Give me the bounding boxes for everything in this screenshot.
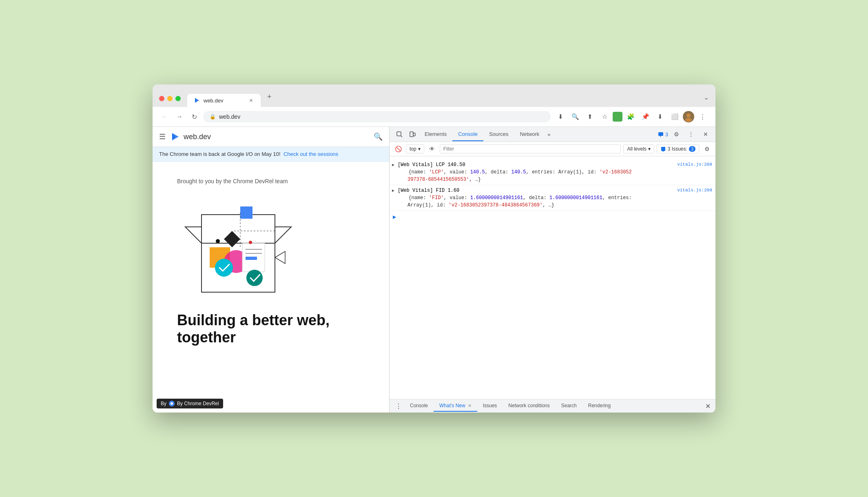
prompt-arrow-icon: ▶ <box>393 213 396 220</box>
devtools-close-button[interactable]: ✕ <box>699 127 712 142</box>
filter-input[interactable] <box>440 144 621 153</box>
console-prompt[interactable]: ▶ <box>390 211 715 223</box>
download-icon[interactable]: ⬇ <box>554 110 567 123</box>
toolbar-actions: ⬇ 🔍 ⬆ ☆ 🧩 📌 ⬇ ⬜ ⋮ <box>554 110 709 123</box>
console-toolbar: 🚫 top ▾ 👁 All levels ▾ 3 Issues: <box>390 142 715 156</box>
refresh-button[interactable]: ↻ <box>188 111 200 122</box>
building-text: Building a better web, together <box>177 312 365 346</box>
site-name: web.dev <box>184 133 211 141</box>
svg-point-21 <box>215 259 233 277</box>
svg-rect-20 <box>246 257 257 260</box>
drawer-tab-whatsnew[interactable]: What's New ✕ <box>434 400 477 412</box>
svg-point-22 <box>246 270 263 286</box>
tab-console[interactable]: Console <box>452 128 483 141</box>
search-button[interactable]: 🔍 <box>374 132 383 141</box>
fid-body: {name: 'FID', value: 1.6000000014901161,… <box>398 194 712 202</box>
lock-icon: 🔒 <box>210 114 216 120</box>
device-toolbar-button[interactable] <box>406 127 419 142</box>
address-bar: ← → ↻ 🔒 web.dev ⬇ 🔍 ⬆ ☆ 🧩 📌 ⬇ ⬜ ⋮ <box>153 107 715 127</box>
new-tab-button[interactable]: + <box>264 89 275 107</box>
console-settings-button[interactable]: ⚙ <box>702 144 712 154</box>
expand-fid-button[interactable]: ▶ <box>392 188 394 194</box>
tab-title: web.dev <box>204 98 244 104</box>
level-label: All levels <box>627 146 646 152</box>
back-button[interactable]: ← <box>159 111 170 122</box>
svg-marker-32 <box>660 136 661 137</box>
svg-rect-29 <box>410 132 413 137</box>
profile-avatar[interactable] <box>683 111 694 122</box>
share-icon[interactable]: ⬆ <box>583 110 596 123</box>
tab-sources[interactable]: Sources <box>483 128 514 141</box>
message-icon <box>658 131 664 138</box>
minimize-button[interactable] <box>167 96 173 101</box>
console-entry-lcp: ▶ [Web Vitals] LCP 140.50 vitals.js:208 … <box>390 160 715 185</box>
extension-green-icon[interactable] <box>613 112 622 122</box>
inspect-element-button[interactable] <box>393 127 406 142</box>
forward-button[interactable]: → <box>174 111 185 122</box>
hamburger-icon[interactable]: ☰ <box>159 132 166 141</box>
fid-header-text: [Web Vitals] FID 1.60 <box>398 187 459 194</box>
issues-badge[interactable]: 3 Issues: 3 <box>657 144 699 153</box>
illustration-svg <box>177 194 299 296</box>
drawer-tab-console[interactable]: Console <box>404 400 434 412</box>
svg-point-2 <box>686 113 691 118</box>
download2-icon[interactable]: ⬇ <box>653 110 666 123</box>
title-bar: web.dev ✕ + ⌄ <box>153 84 715 107</box>
url-bar[interactable]: 🔒 web.dev <box>203 111 551 122</box>
svg-line-28 <box>401 136 402 137</box>
drawer-tab-networkconditions[interactable]: Network conditions <box>503 400 555 412</box>
devtools-settings-button[interactable]: ⚙ <box>670 127 683 142</box>
more-tabs-button[interactable]: » <box>545 128 553 141</box>
zoom-icon[interactable]: 🔍 <box>569 110 582 123</box>
tab-network[interactable]: Network <box>514 128 545 141</box>
chrome-icon <box>169 401 175 406</box>
context-selector[interactable]: top ▾ <box>406 144 424 153</box>
fid-body-2: Array(1), id: 'v2-1683052397378-48438645… <box>398 202 712 209</box>
tab-chevron-icon[interactable]: ⌄ <box>704 93 709 107</box>
context-dropdown-icon: ▾ <box>418 146 421 152</box>
drawer-close-button[interactable]: ✕ <box>704 401 712 412</box>
svg-point-23 <box>249 241 252 244</box>
cast-icon[interactable]: ⬜ <box>668 110 681 123</box>
issues-count: 3 <box>689 146 695 152</box>
console-entry-fid: ▶ [Web Vitals] FID 1.60 vitals.js:208 {n… <box>390 185 715 211</box>
close-button[interactable] <box>159 96 164 101</box>
announcement-link[interactable]: Check out the sessions <box>283 151 338 157</box>
svg-rect-27 <box>397 132 401 136</box>
issues-icon <box>660 146 666 152</box>
svg-marker-7 <box>185 227 202 243</box>
maximize-button[interactable] <box>175 96 181 101</box>
fid-source-link[interactable]: vitals.js:208 <box>677 187 712 194</box>
browser-window: web.dev ✕ + ⌄ ← → ↻ 🔒 web.dev ⬇ 🔍 ⬆ ☆ 🧩 … <box>153 84 715 413</box>
clear-console-button[interactable]: 🚫 <box>393 144 403 154</box>
browser-tab-active[interactable]: web.dev ✕ <box>187 94 261 107</box>
devtools-panel: Elements Console Sources Network » 3 ⚙ ⋮ <box>389 127 715 413</box>
by-tag: By By Chrome DevRel <box>157 399 223 408</box>
lcp-body: {name: 'LCP', value: 140.5, delta: 140.5… <box>398 169 712 176</box>
expand-lcp-button[interactable]: ▶ <box>392 162 394 168</box>
drawer-tab-rendering[interactable]: Rendering <box>582 400 616 412</box>
tab-close-button[interactable]: ✕ <box>248 97 254 104</box>
traffic-lights <box>159 96 181 107</box>
menu-icon[interactable]: ⋮ <box>696 110 709 123</box>
drawer-tab-search[interactable]: Search <box>556 400 582 412</box>
drawer-tab-issues[interactable]: Issues <box>477 400 503 412</box>
extensions-icon[interactable]: 🧩 <box>624 110 637 123</box>
show-network-button[interactable]: 👁 <box>427 144 437 154</box>
whatsnew-tab-close[interactable]: ✕ <box>468 403 472 408</box>
devtools-more-button[interactable]: ⋮ <box>684 127 698 142</box>
level-selector[interactable]: All levels ▾ <box>623 144 654 153</box>
drawer-menu-button[interactable]: ⋮ <box>393 399 404 413</box>
lcp-body-2: 397378-6854415650553', …} <box>398 176 712 183</box>
devtools-tabbar: Elements Console Sources Network » 3 ⚙ ⋮ <box>390 127 715 142</box>
drawer-tabbar: ⋮ Console What's New ✕ Issues Network co… <box>390 399 715 413</box>
svg-marker-24 <box>275 251 285 264</box>
level-dropdown-icon: ▾ <box>648 146 651 152</box>
svg-point-26 <box>170 402 173 405</box>
tab-elements[interactable]: Elements <box>419 128 452 141</box>
pin-icon[interactable]: 📌 <box>639 110 652 123</box>
bookmark-icon[interactable]: ☆ <box>598 110 611 123</box>
console-entry-lcp-header: [Web Vitals] LCP 140.50 vitals.js:208 <box>398 161 712 169</box>
webpage-panel: ☰ web.dev 🔍 The Chrome team is back at G… <box>153 127 389 413</box>
lcp-source-link[interactable]: vitals.js:208 <box>677 161 712 168</box>
